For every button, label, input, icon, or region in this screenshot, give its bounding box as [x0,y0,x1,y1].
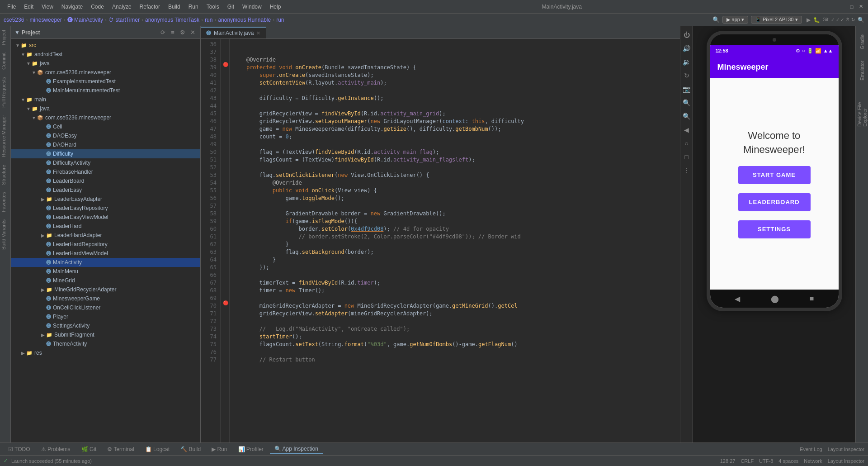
breadcrumb-runnable[interactable]: anonymous Runnable [218,17,271,23]
menu-navigate[interactable]: Navigate [58,3,86,11]
menu-run[interactable]: Run [185,3,202,11]
menu-analyze[interactable]: Analyze [108,3,135,11]
layout-inspector-link[interactable]: Layout Inspector [828,447,864,452]
device-circle-icon[interactable]: ○ [682,138,692,148]
menu-build[interactable]: Build [165,3,184,11]
tree-item-mainmenu[interactable]: 🅒 MainMenu [11,267,200,276]
tree-item-difficulty[interactable]: 🅒 Difficulty [11,149,200,158]
device-volume-down-icon[interactable]: 🔉 [682,57,692,67]
device-square-icon[interactable]: □ [682,152,692,162]
label-structure[interactable]: Structure [0,161,10,189]
tab-mainactivity[interactable]: 🅒 MainActivity.java ✕ [201,27,266,38]
menu-refactor[interactable]: Refactor [136,3,164,11]
nav-back-button[interactable]: ◀ [735,295,740,303]
label-pull-requests[interactable]: Pull Requests [0,73,10,111]
tab-todo[interactable]: ☑ TODO [4,445,35,453]
device-snapshot-icon[interactable]: 📷 [682,84,692,94]
line-ending[interactable]: CRLF [741,458,754,464]
tree-item-package-1[interactable]: ▼ 📦 com.cse5236.minesweeper [11,68,200,77]
collapse-all-icon[interactable]: ≡ [169,29,177,37]
tree-item-daoeasy[interactable]: 🅒 DAOEasy [11,131,200,140]
search-everywhere-icon[interactable]: 🔍 [858,17,864,23]
toolbar-debug-icon[interactable]: 🐛 [813,17,820,23]
tab-close-icon[interactable]: ✕ [256,30,260,36]
tree-item-leaderhard-adapter[interactable]: ▶ 📁 LeaderHardAdapter [11,231,200,240]
device-dropdown[interactable]: 📱 Pixel 2 API 30 ▾ [751,16,802,24]
settings-gear-icon[interactable]: ⚙ [179,29,187,37]
tree-item-leadereasy-adapter[interactable]: ▶ 📁 LeaderEasyAdapter [11,195,200,204]
device-back-icon[interactable]: ◀ [682,125,692,135]
menu-edit[interactable]: Edit [20,3,37,11]
menu-tools[interactable]: Tools [203,3,223,11]
tree-item-leaderhardrepo[interactable]: 🅒 LeaderHardRepository [11,240,200,249]
tree-item-java-1[interactable]: ▼ 📁 java [11,59,200,68]
tree-item-package-main[interactable]: ▼ 📦 com.cse5236.minesweeper [11,113,200,122]
minimize-button[interactable]: ─ [839,3,846,10]
tree-item-leaderhard[interactable]: 🅒 LeaderHard [11,222,200,231]
breadcrumb-cse5236[interactable]: cse5236 [4,17,24,23]
tree-item-difficultyactivity[interactable]: 🅒 DifficultyActivity [11,158,200,167]
leaderboard-button[interactable]: LEADERBOARD [738,193,811,211]
event-log-link[interactable]: Event Log [800,447,822,452]
tree-item-leadereasyvm[interactable]: 🅒 LeaderEasyViewModel [11,213,200,222]
breadcrumb-minesweeper[interactable]: minesweeper [29,17,61,23]
menu-file[interactable]: File [4,3,19,11]
tree-item-submitfragment[interactable]: ▶ 📁 SubmitFragment [11,330,200,339]
restore-button[interactable]: □ [848,3,855,10]
breadcrumb-run2[interactable]: run [276,17,284,23]
tree-item-themeactivity[interactable]: 🅒 ThemeActivity [11,339,200,348]
tree-item-mainmenutest[interactable]: 🅒 MainMenuInstrumentedTest [11,86,200,95]
settings-button[interactable]: SETTINGS [738,220,811,238]
tree-item-exampletest[interactable]: 🅒 ExampleInstrumentedTest [11,77,200,86]
tree-item-res[interactable]: ▶ 📁 res [11,348,200,357]
tab-git[interactable]: 🌿 Git [77,445,101,453]
layout-inspector-status[interactable]: Layout Inspector [828,458,864,464]
tab-problems[interactable]: ⚠ Problems [37,445,75,453]
menu-help[interactable]: Help [266,3,285,11]
tab-profiler[interactable]: 📊 Profiler [234,445,268,453]
start-game-button[interactable]: START GAME [738,166,811,184]
tab-app-inspection[interactable]: 🔍 App Inspection [270,445,323,454]
tree-item-src[interactable]: ▼ 📁 src [11,41,200,50]
tab-terminal[interactable]: ⚙ Terminal [103,445,138,453]
code-editor[interactable]: @Override protected void onCreate(Bundle… [230,39,680,442]
tab-logcat[interactable]: 📋 Logcat [141,445,174,453]
tree-item-player[interactable]: 🅒 Player [11,312,200,321]
device-power-icon[interactable]: ⏻ [682,30,692,40]
tree-item-minegrid[interactable]: 🅒 MineGrid [11,276,200,285]
encoding[interactable]: UTF-8 [759,458,773,464]
nav-recents-button[interactable]: ■ [810,295,814,303]
tree-item-leadereasy[interactable]: 🅒 LeaderEasy [11,185,200,195]
gradle-icon[interactable]: Gradle [857,28,867,55]
tree-item-minegrid-adapter[interactable]: ▶ 📁 MineGridRecyclerAdapter [11,285,200,294]
toolbar-run-icon[interactable]: ▶ [807,17,811,23]
menu-code[interactable]: Code [87,3,108,11]
tree-item-mainactivity[interactable]: 🅒 MainActivity [11,258,200,267]
tree-item-androidtest[interactable]: ▼ 📁 androidTest [11,50,200,59]
emulator-icon[interactable]: Emulator [857,57,867,84]
tree-item-main[interactable]: ▼ 📁 main [11,95,200,104]
tree-item-cell[interactable]: 🅒 Cell [11,122,200,131]
label-resource-manager[interactable]: Resource Manager [0,111,10,161]
device-zoom-out-icon[interactable]: 🔍 [682,111,692,121]
nav-home-button[interactable]: ⬤ [771,295,779,303]
tree-item-leaderhardvm[interactable]: 🅒 LeaderHardViewModel [11,249,200,258]
tree-item-java-main[interactable]: ▼ 📁 java [11,104,200,113]
tree-item-leadereasyrepo[interactable]: 🅒 LeaderEasyRepository [11,204,200,213]
run-config-dropdown[interactable]: ▶ app ▾ [722,16,748,24]
label-favorites[interactable]: Favorites [0,188,10,216]
close-panel-icon[interactable]: ✕ [189,29,197,37]
label-commit[interactable]: Commit [0,49,10,73]
tab-build[interactable]: 🔨 Build [176,445,205,453]
device-zoom-in-icon[interactable]: 🔍 [682,98,692,108]
tree-item-oncellclick[interactable]: 🅘 OnCellClickListener [11,303,200,312]
menu-window[interactable]: Window [239,3,265,11]
close-button[interactable]: ✕ [857,3,864,10]
tree-item-firebasehandler[interactable]: 🅒 FirebaseHandler [11,167,200,176]
tree-item-settingsactivity[interactable]: 🅒 SettingsActivity [11,321,200,330]
tree-item-minesweeperGame[interactable]: 🅒 MinesweeperGame [11,294,200,303]
gutter-bookmark-54[interactable]: 🔴 [223,300,228,305]
gutter-bookmark-38[interactable]: 🔴 [223,62,228,67]
breadcrumb-mainactivity[interactable]: 🅒 MainActivity [67,17,103,23]
label-project[interactable]: Project [0,26,10,49]
